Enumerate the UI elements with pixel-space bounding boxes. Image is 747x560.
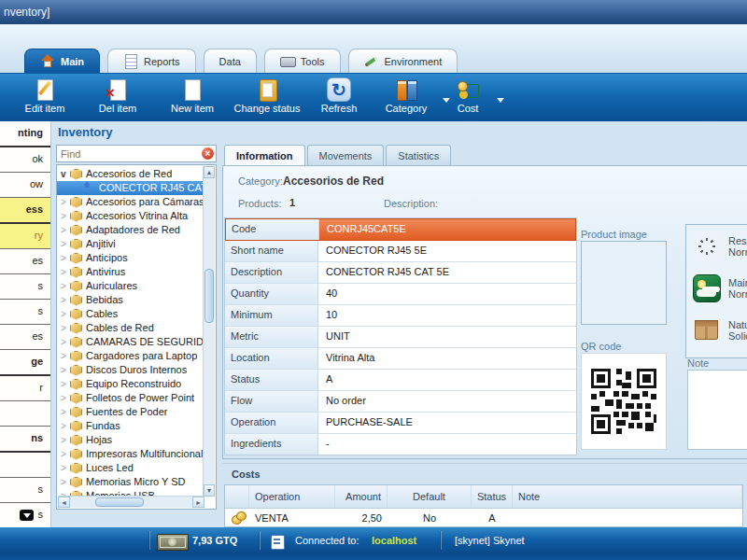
tree-item[interactable]: Accesorios de Red	[57, 167, 204, 181]
form-field-value[interactable]: UNIT	[318, 327, 576, 347]
tree-chevron-icon[interactable]	[61, 223, 70, 237]
tree-chevron-icon[interactable]	[61, 335, 70, 349]
chevron-down-icon[interactable]	[497, 98, 504, 103]
tree-chevron-icon[interactable]	[61, 461, 70, 475]
detail-tab[interactable]: Statistics	[386, 145, 451, 165]
tree-chevron-icon[interactable]	[61, 363, 70, 377]
toolbar-button[interactable]: Category	[375, 77, 437, 120]
note-textarea[interactable]	[687, 370, 747, 450]
sidebar-item[interactable]: ge	[0, 350, 50, 376]
sidebar-item[interactable]: ow	[0, 173, 50, 198]
product-image-box[interactable]	[581, 241, 667, 325]
cost-row[interactable]: VENTA 2,50 No A	[225, 509, 742, 526]
tree-item[interactable]: Memorias Micro Y SD	[57, 475, 204, 489]
ribbon-tab[interactable]: Environment	[348, 49, 458, 73]
tree-chevron-icon[interactable]	[61, 237, 70, 251]
sidebar-item[interactable]: s	[0, 503, 50, 528]
tree-item[interactable]: Equipo Reconstruido	[57, 377, 204, 391]
form-field-value[interactable]: No order	[318, 391, 576, 412]
detail-tab[interactable]: Information	[224, 145, 305, 166]
tree-item[interactable]: Impresoras Multifuncional	[57, 447, 204, 461]
tree-item[interactable]: CAMARAS DE SEGURIDAD	[57, 335, 204, 349]
tree-item[interactable]: CONECTOR RJ45 CAT 5	[57, 181, 204, 195]
tree-chevron-icon[interactable]	[61, 433, 70, 447]
tree-chevron-icon[interactable]	[61, 391, 70, 405]
tree-chevron-icon[interactable]	[61, 279, 70, 293]
tree-item[interactable]: Memorias USB	[57, 489, 204, 496]
tree-item[interactable]: Cables	[57, 307, 204, 321]
tree-chevron-icon[interactable]	[61, 251, 70, 265]
tree-item[interactable]: Cables de Red	[57, 321, 204, 335]
toolbar-button[interactable]: Change status	[226, 77, 308, 120]
form-field-value[interactable]: A	[318, 370, 576, 390]
toolbar-button[interactable]: New item	[159, 77, 226, 120]
form-field-value[interactable]: Vitrina Alta	[318, 348, 576, 369]
sidebar-item[interactable]: nting	[0, 121, 50, 147]
sidebar-item[interactable]: s	[0, 300, 50, 325]
form-field-value[interactable]: CONECTOR RJ45 CAT 5E	[318, 262, 576, 283]
toolbar-button[interactable]: Cost	[444, 77, 491, 120]
tree-vertical-scrollbar[interactable]: ▲ ▼	[203, 166, 215, 497]
detail-tab[interactable]: Movements	[307, 145, 385, 165]
tree-chevron-icon[interactable]	[61, 167, 70, 181]
sidebar-item[interactable]	[0, 401, 50, 427]
ribbon-tab[interactable]: Data	[204, 49, 257, 73]
tree-item[interactable]: Folletos de Power Point	[57, 391, 204, 405]
find-input[interactable]	[56, 145, 217, 162]
tree-item[interactable]: Anjitivi	[57, 237, 204, 251]
scroll-left-icon[interactable]: ◄	[58, 497, 70, 508]
sidebar-item[interactable]: ns	[0, 427, 50, 453]
sidebar-item[interactable]: es	[0, 325, 50, 350]
sidebar-item[interactable]: s	[0, 274, 50, 300]
tree-chevron-icon[interactable]	[61, 419, 70, 433]
tree-item[interactable]: Accesorios Vitrina Alta	[57, 209, 204, 223]
tree-item[interactable]: Hojas	[57, 433, 204, 447]
toolbar-button[interactable]: Refresh	[308, 77, 370, 120]
tree-item[interactable]: Fuentes de Poder	[57, 405, 204, 419]
sidebar-item[interactable]: ry	[0, 224, 50, 249]
sidebar-item[interactable]: ess	[0, 198, 50, 224]
scroll-up-icon[interactable]: ▲	[204, 166, 215, 178]
ribbon-tab[interactable]: Main	[24, 49, 100, 73]
scroll-down-icon[interactable]: ▼	[204, 484, 215, 497]
sidebar-item[interactable]: r	[0, 376, 50, 401]
tree-chevron-icon[interactable]	[61, 447, 70, 461]
tree-item[interactable]: Luces Led	[57, 461, 204, 475]
sidebar-item[interactable]: es	[0, 249, 50, 274]
tree-chevron-icon[interactable]	[61, 209, 70, 223]
toolbar-button[interactable]: Del item	[86, 77, 149, 120]
toolbar-button[interactable]: Edit item	[13, 77, 77, 120]
tree-chevron-icon[interactable]	[61, 489, 70, 496]
sidebar-item[interactable]: s	[0, 478, 50, 503]
form-field-value[interactable]: CONRJ45CAT5E	[319, 219, 575, 240]
tree-chevron-icon[interactable]	[61, 377, 70, 391]
form-field-value[interactable]: PURCHASE-SALE	[318, 413, 576, 433]
form-field-value[interactable]: CONECTOR RJ45 5E	[318, 241, 576, 261]
ribbon-tab[interactable]: Reports	[107, 49, 196, 73]
tree-item[interactable]: Accesorios para Cámaras	[57, 195, 204, 209]
tree-chevron-icon[interactable]	[61, 349, 70, 363]
scrollbar-thumb[interactable]	[204, 269, 214, 323]
tree-item[interactable]: Adaptadores de Red	[57, 223, 204, 237]
tree-chevron-icon[interactable]	[61, 321, 70, 335]
scroll-down-icon[interactable]	[20, 510, 34, 521]
tree-item[interactable]: Fundas	[57, 419, 204, 433]
tree-item[interactable]: Antivirus	[57, 265, 204, 279]
tree-chevron-icon[interactable]	[61, 293, 70, 307]
tree-chevron-icon[interactable]	[61, 195, 70, 209]
form-field-value[interactable]: -	[318, 434, 576, 455]
tree-item[interactable]: Auriculares	[57, 279, 204, 293]
form-field-value[interactable]: 40	[318, 284, 576, 304]
tree-item[interactable]: Bebidas	[57, 293, 204, 307]
scroll-right-icon[interactable]: ►	[192, 497, 204, 508]
scrollbar-thumb[interactable]	[95, 497, 144, 507]
sidebar-item[interactable]	[0, 453, 50, 478]
tree-chevron-icon[interactable]	[61, 265, 70, 279]
tree-item[interactable]: Cargadores para Laptop	[57, 349, 204, 363]
tree-chevron-icon[interactable]	[61, 475, 70, 489]
tree-chevron-icon[interactable]	[61, 307, 70, 321]
tree-item[interactable]: Discos Duros Internos	[57, 363, 204, 377]
tree-item[interactable]: Anticipos	[57, 251, 204, 265]
tree-horizontal-scrollbar[interactable]: ◄ ►	[58, 496, 204, 508]
form-field-value[interactable]: 10	[318, 305, 576, 326]
